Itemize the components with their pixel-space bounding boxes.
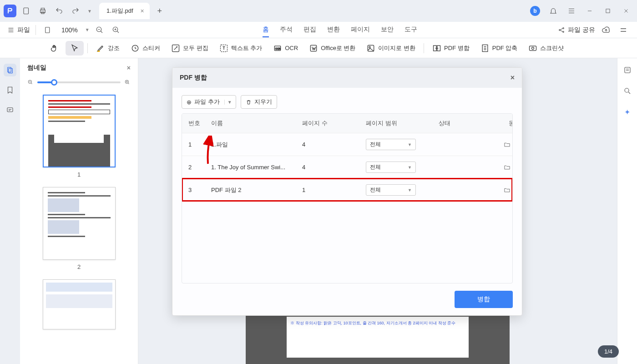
- zoom-dropdown-icon[interactable]: ▼: [85, 27, 90, 32]
- open-file-icon[interactable]: [20, 5, 33, 17]
- ai-sparkle-icon[interactable]: ✦: [621, 106, 634, 118]
- screenshot-button[interactable]: 스크린샷: [524, 41, 568, 56]
- thumbnail-item[interactable]: [34, 279, 124, 329]
- clear-button[interactable]: 지우기: [241, 95, 277, 109]
- zoom-out-icon[interactable]: [93, 24, 106, 36]
- tab-convert[interactable]: 변환: [327, 23, 340, 37]
- col-action: 동작: [484, 119, 513, 127]
- dropdown-icon[interactable]: ▼: [86, 5, 94, 17]
- page-fit-icon[interactable]: [41, 24, 54, 36]
- highlight-label: 강조: [108, 44, 120, 52]
- tab-page[interactable]: 페이지: [351, 23, 370, 37]
- highlight-button[interactable]: 강조: [91, 41, 124, 56]
- dialog-footer: 병합: [172, 283, 522, 315]
- row-actions: ×: [484, 164, 513, 171]
- folder-open-icon[interactable]: [504, 141, 511, 148]
- divider: [87, 43, 88, 53]
- thumbnail-item[interactable]: 2: [34, 187, 124, 270]
- ocr-label: OCR: [285, 45, 298, 51]
- tab-active[interactable]: 1.파일.pdf ×: [99, 3, 150, 19]
- undo-icon[interactable]: [53, 5, 66, 17]
- edit-all-label: 모두 편집: [183, 44, 208, 52]
- cloud-upload-icon[interactable]: [600, 24, 612, 36]
- zoom-level[interactable]: 100%: [58, 26, 81, 34]
- text-add-button[interactable]: 텍스트 추가: [215, 41, 267, 56]
- table-row[interactable]: 2 1. The Joy of Summer Swi... 4 전체▼ ×: [182, 156, 512, 178]
- to-image-button[interactable]: 이미지로 변환: [362, 41, 420, 56]
- thumbnail-page-preview[interactable]: [43, 95, 116, 167]
- merge-icon: [432, 44, 441, 53]
- table-row-highlighted[interactable]: 3 PDF 파일 2 1 전체▼ ×: [182, 178, 512, 201]
- compress-label: PDF 압축: [492, 44, 518, 52]
- file-menu[interactable]: 파일: [7, 26, 30, 34]
- edit-icon: [171, 44, 180, 53]
- divider: [35, 25, 36, 35]
- redo-icon[interactable]: [69, 5, 82, 17]
- range-select[interactable]: 전체▼: [366, 139, 416, 150]
- merge-button[interactable]: PDF 병합: [428, 41, 474, 56]
- overflow-menu-icon[interactable]: [617, 24, 630, 36]
- thumb-zoom-in-icon[interactable]: [124, 79, 131, 86]
- to-office-button[interactable]: Office로 변환: [304, 41, 360, 56]
- menubar-left: 파일 100% ▼: [7, 24, 122, 36]
- cursor-icon: [70, 44, 79, 53]
- compress-button[interactable]: PDF 압축: [476, 41, 522, 56]
- properties-panel-icon[interactable]: [621, 64, 634, 76]
- folder-open-icon[interactable]: [504, 187, 511, 193]
- add-tab-button[interactable]: +: [152, 4, 167, 18]
- print-icon[interactable]: [36, 5, 49, 17]
- sticker-button[interactable]: 스티커: [126, 41, 165, 56]
- select-tool-button[interactable]: [66, 41, 84, 56]
- page-indicator[interactable]: 1/4: [598, 345, 619, 358]
- range-select[interactable]: 전체▼: [366, 184, 416, 196]
- thumb-zoom-out-icon[interactable]: [27, 79, 34, 86]
- window-close-icon[interactable]: [619, 4, 633, 18]
- window-maximize-icon[interactable]: [601, 4, 615, 18]
- tab-close-icon[interactable]: ×: [141, 7, 144, 15]
- tab-home[interactable]: 홈: [263, 23, 269, 37]
- titlebar-right: b: [528, 4, 633, 18]
- folder-open-icon[interactable]: [504, 164, 511, 171]
- app-logo[interactable]: [4, 5, 16, 17]
- table-row[interactable]: 1 1.파일 4 전체▼ ×: [182, 133, 512, 156]
- comment-panel-icon[interactable]: [4, 104, 16, 116]
- thumbnail-list[interactable]: 1 2: [20, 91, 138, 364]
- dialog-close-icon[interactable]: ×: [511, 74, 515, 82]
- row-pages: 1: [302, 187, 366, 193]
- ocr-button[interactable]: OCR OCR: [268, 41, 303, 56]
- share-button[interactable]: 파일 공유: [558, 26, 595, 34]
- document-tabs: 1.파일.pdf × +: [99, 3, 167, 19]
- thumbnail-zoom-slider[interactable]: [37, 81, 121, 83]
- bookmark-panel-icon[interactable]: [4, 84, 16, 96]
- bell-icon[interactable]: [546, 4, 561, 18]
- thumbnail-close-icon[interactable]: ×: [127, 64, 131, 71]
- hamburger-menu-icon[interactable]: [564, 4, 579, 18]
- tab-edit[interactable]: 편집: [303, 23, 316, 37]
- b-badge[interactable]: b: [528, 4, 542, 18]
- image-icon: [366, 44, 375, 53]
- search-panel-icon[interactable]: [621, 85, 634, 97]
- col-range: 페이지 범위: [366, 119, 439, 127]
- dialog-header[interactable]: PDF 병합 ×: [172, 68, 522, 88]
- thumbnail-item[interactable]: 1: [34, 95, 124, 178]
- window-minimize-icon[interactable]: [582, 4, 597, 18]
- dropdown-caret-icon[interactable]: ▼: [224, 100, 235, 105]
- merge-submit-button[interactable]: 병합: [455, 291, 513, 308]
- doc-note-text: ※ 작성 유의사항: 맑은 고딕, 10포인트, 줄 간격 160, 자기소개서…: [290, 321, 455, 325]
- thumbnail-header: 썸네일 ×: [20, 58, 138, 77]
- zoom-in-icon[interactable]: [110, 24, 122, 36]
- compress-icon: [480, 44, 490, 53]
- hand-tool-button[interactable]: [46, 41, 64, 56]
- tab-tools[interactable]: 도구: [404, 23, 417, 37]
- tab-annotate[interactable]: 주석: [280, 23, 293, 37]
- add-file-button[interactable]: ⊕ 파일 추가 ▼: [182, 95, 236, 109]
- svg-rect-29: [625, 67, 630, 73]
- edit-all-button[interactable]: 모두 편집: [167, 41, 213, 56]
- thumbnail-panel-icon[interactable]: [4, 64, 16, 76]
- range-select[interactable]: 전체▼: [366, 162, 416, 173]
- thumbnail-page-preview[interactable]: [43, 279, 116, 329]
- thumbnail-zoom-row: [20, 77, 138, 91]
- thumbnail-page-preview[interactable]: [43, 187, 116, 260]
- thumbnail-page-number: 1: [34, 171, 124, 178]
- tab-secure[interactable]: 보안: [381, 23, 394, 37]
